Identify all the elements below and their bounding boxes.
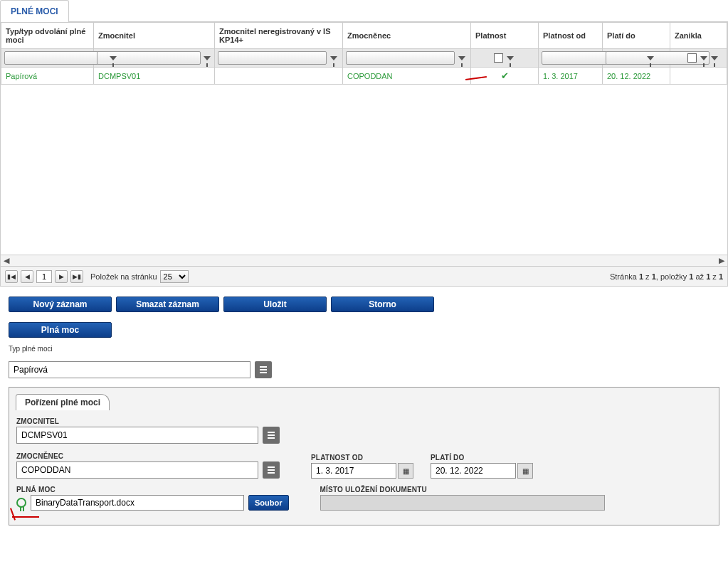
zmocnitel-lookup-button[interactable]: [263, 427, 280, 444]
novy-zaznam-button[interactable]: Nový záznam: [9, 297, 112, 312]
plati-do-label: PLATÍ DO: [431, 454, 533, 461]
filter-icon[interactable]: [202, 51, 211, 65]
pager-prev[interactable]: ◀: [21, 270, 33, 283]
filter-icon[interactable]: [328, 51, 339, 65]
col-header-platnost-od[interactable]: Platnost od: [539, 23, 603, 49]
zmocnitel-label: ZMOCNITEL: [16, 417, 712, 425]
ulozit-button[interactable]: Uložit: [223, 297, 327, 312]
zmocnenec-label: ZMOCNĚNEC: [16, 452, 280, 460]
pager-size-select[interactable]: 25: [160, 270, 189, 283]
typ-plne-moci-input[interactable]: [9, 361, 250, 378]
zmocnitel-input[interactable]: [16, 427, 258, 444]
filter-zanikla-checkbox[interactable]: [687, 53, 697, 63]
pager-next[interactable]: ▶: [55, 270, 68, 283]
scroll-right-icon[interactable]: ▶: [719, 256, 724, 265]
plati-do-input[interactable]: [431, 463, 516, 479]
platnost-od-input[interactable]: [311, 463, 396, 479]
typ-plne-moci-label: Typ plné moci: [9, 345, 719, 353]
plna-moc-button[interactable]: Plná moc: [9, 322, 112, 338]
platnost-od-label: PLATNOST OD: [311, 454, 413, 461]
cell-zmocnenec: COPODDAN: [343, 68, 471, 85]
smazat-zaznam-button[interactable]: Smazat záznam: [116, 297, 219, 312]
filter-platnost-checkbox[interactable]: [494, 53, 503, 63]
table-row[interactable]: Papírová DCMPSV01 COPODDAN ✔ 1. 3. 2017 …: [1, 68, 727, 85]
annotation-mark: [10, 508, 16, 521]
filter-unreg[interactable]: [218, 51, 327, 65]
typ-lookup-button[interactable]: [255, 361, 272, 378]
zmocnenec-lookup-button[interactable]: [263, 461, 280, 479]
scroll-left-icon[interactable]: ◀: [4, 256, 9, 265]
cell-zanikla: [670, 68, 727, 85]
filter-icon[interactable]: [711, 51, 718, 65]
col-header-zmocnenec[interactable]: Zmocněnec: [343, 23, 471, 49]
pager-page-input[interactable]: [36, 270, 52, 283]
misto-ulozeni-label: MÍSTO ULOŽENÍ DOKUMENTU: [320, 486, 605, 493]
storno-button[interactable]: Storno: [331, 297, 434, 312]
calendar-icon[interactable]: ▦: [398, 463, 413, 479]
cell-zmocnitel: DCMPSV01: [94, 68, 215, 85]
col-header-plati-do[interactable]: Platí do: [603, 23, 670, 49]
col-header-type[interactable]: Typ/typ odvolání plné moci: [1, 23, 94, 49]
filter-icon[interactable]: [698, 51, 709, 65]
pager-first[interactable]: ▮◀: [5, 270, 18, 283]
tab-plne-moci[interactable]: PLNÉ MOCI: [0, 0, 69, 22]
soubor-button[interactable]: Soubor: [248, 495, 289, 511]
cell-type: Papírová: [1, 68, 94, 85]
col-header-zmocnitel[interactable]: Zmocnitel: [94, 23, 215, 49]
col-header-platnost[interactable]: Platnost: [471, 23, 539, 49]
fieldset-tab-porizeni[interactable]: Pořízení plné moci: [16, 394, 110, 410]
cell-plati-do: 20. 12. 2022: [603, 68, 670, 85]
cell-unreg: [215, 68, 343, 85]
seal-icon: [16, 498, 26, 508]
annotation-mark: [12, 516, 39, 518]
pager-last[interactable]: ▶▮: [70, 270, 83, 283]
col-header-unreg[interactable]: Zmocnitel neregistrovaný v IS KP14+: [215, 23, 343, 49]
filter-zmocnenec[interactable]: [346, 51, 455, 65]
filter-icon[interactable]: [456, 51, 468, 65]
col-header-zanikla[interactable]: Zanikla: [670, 23, 727, 49]
check-icon: ✔: [501, 70, 509, 81]
cell-platnost-od: 1. 3. 2017: [539, 68, 603, 85]
calendar-icon[interactable]: ▦: [517, 463, 533, 479]
misto-ulozeni-input: [320, 495, 605, 511]
zmocnenec-input[interactable]: [16, 461, 258, 479]
filter-type[interactable]: [4, 51, 108, 65]
filter-icon[interactable]: [505, 51, 516, 65]
plna-moc-file-input[interactable]: [31, 495, 244, 511]
plna-moc-file-label: PLNÁ MOC: [16, 486, 289, 493]
pager-size-label: Položek na stránku: [90, 272, 157, 281]
pager-summary: Stránka 1 z 1, položky 1 až 1 z 1: [610, 272, 723, 281]
